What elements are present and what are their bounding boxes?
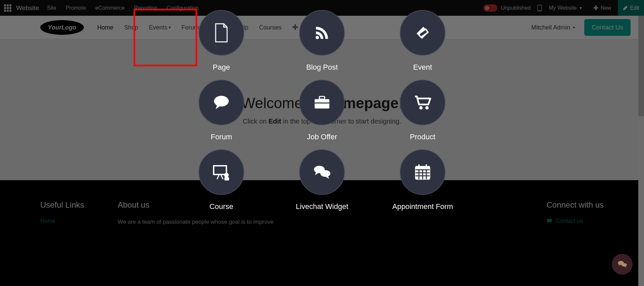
svg-point-5	[316, 36, 319, 39]
new-content-grid: Page Blog Post Event Forum Job Offer	[171, 10, 473, 211]
svg-rect-19	[224, 177, 229, 181]
svg-point-21	[320, 170, 330, 177]
new-option-appointment[interactable]: Appointment Form	[372, 149, 473, 211]
new-option-forum[interactable]: Forum	[171, 80, 272, 141]
new-option-label: Livechat Widget	[296, 202, 348, 211]
svg-line-17	[221, 175, 223, 179]
new-option-label: Forum	[211, 133, 232, 141]
presentation-icon	[199, 149, 244, 195]
new-option-label: Product	[410, 133, 435, 141]
new-option-label: Course	[210, 202, 233, 211]
new-option-event[interactable]: Event	[372, 10, 473, 72]
new-option-label: Blog Post	[306, 63, 338, 72]
new-option-course[interactable]: Course	[171, 149, 272, 211]
svg-rect-10	[319, 96, 325, 99]
calendar-icon	[400, 149, 445, 195]
new-content-overlay[interactable]: Page Blog Post Event Forum Job Offer	[0, 0, 644, 286]
new-option-job-offer[interactable]: Job Offer	[272, 80, 372, 141]
svg-point-13	[425, 106, 429, 110]
svg-rect-11	[315, 102, 329, 103]
livechat-bubble[interactable]	[612, 254, 633, 275]
rss-icon	[299, 10, 345, 56]
chats-icon	[299, 149, 345, 195]
svg-point-32	[622, 263, 627, 267]
comment-icon	[199, 80, 244, 125]
briefcase-icon	[299, 80, 345, 125]
svg-point-12	[419, 106, 423, 110]
file-icon	[199, 10, 244, 56]
svg-rect-15	[214, 166, 226, 174]
svg-point-8	[214, 96, 229, 106]
cart-icon	[400, 80, 445, 125]
new-option-label: Job Offer	[307, 133, 337, 141]
new-option-blog-post[interactable]: Blog Post	[272, 10, 372, 72]
svg-point-18	[224, 173, 229, 177]
new-option-page[interactable]: Page	[171, 10, 272, 72]
ticket-icon	[400, 10, 445, 56]
chat-icon	[617, 260, 627, 269]
new-option-label: Page	[213, 63, 230, 72]
svg-rect-9	[315, 99, 329, 109]
new-option-product[interactable]: Product	[372, 80, 473, 141]
new-option-label: Appointment Form	[392, 202, 453, 211]
new-option-label: Event	[413, 63, 432, 72]
new-option-livechat[interactable]: Livechat Widget	[272, 149, 372, 211]
svg-line-16	[217, 175, 219, 179]
